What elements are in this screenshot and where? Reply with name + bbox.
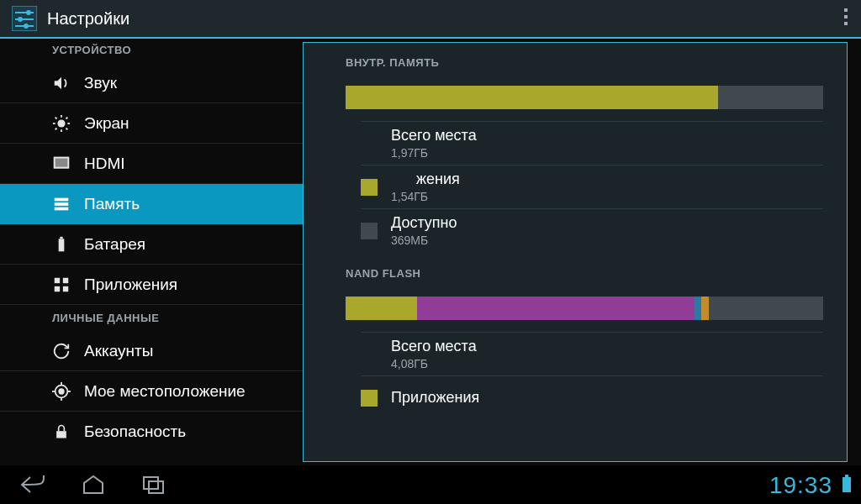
svg-point-4 (18, 17, 23, 22)
svg-line-15 (66, 117, 68, 118)
apps-icon (50, 274, 72, 296)
nand-storage-section: NAND FLASH Всего места 4,08ГБ Приложения (304, 252, 847, 419)
settings-sidebar: УСТРОЙСТВО Звук Экран HDMI Память (0, 39, 303, 465)
svg-rect-26 (63, 286, 68, 291)
svg-rect-20 (55, 207, 69, 211)
sidebar-label: Мое местоположение (84, 382, 246, 401)
svg-rect-25 (55, 286, 60, 291)
svg-point-6 (24, 24, 29, 29)
sidebar-label: Безопасность (84, 423, 186, 441)
sidebar-item-location[interactable]: Мое местоположение (0, 371, 303, 412)
svg-rect-17 (55, 157, 69, 167)
row-label: Приложения (391, 389, 479, 407)
sidebar-item-apps[interactable]: Приложения (0, 265, 303, 305)
sidebar-label: Память (84, 195, 140, 213)
nand-apps-row[interactable]: Приложения (361, 375, 823, 419)
nand-total-row[interactable]: Всего места 4,08ГБ (361, 332, 823, 375)
app-title: Настройки (47, 9, 129, 29)
color-swatch (361, 390, 378, 407)
svg-rect-33 (56, 431, 66, 438)
sidebar-item-display[interactable]: Экран (0, 103, 303, 144)
status-clock: 19:33 (769, 472, 832, 499)
sidebar-item-battery[interactable]: Батарея (0, 224, 303, 265)
sidebar-item-sound[interactable]: Звук (0, 63, 303, 103)
nand-usage-bar (346, 297, 823, 320)
app-header: Настройки (0, 0, 861, 39)
lock-icon (50, 421, 72, 443)
nand-title: NAND FLASH (346, 267, 823, 280)
system-navbar: 19:33 (0, 465, 861, 504)
row-label: Всего места (391, 338, 477, 355)
svg-rect-19 (55, 202, 69, 206)
main-area: УСТРОЙСТВО Звук Экран HDMI Память (0, 39, 861, 465)
svg-point-28 (59, 389, 64, 394)
sidebar-label: Экран (84, 114, 129, 133)
internal-avail-row[interactable]: Доступно 369МБ (361, 208, 823, 252)
svg-line-12 (55, 117, 57, 118)
overflow-menu-icon[interactable] (844, 8, 848, 25)
monitor-icon (50, 153, 72, 175)
sidebar-label: Приложения (84, 276, 177, 294)
row-label: Доступно (391, 214, 457, 232)
sidebar-label: Батарея (84, 235, 145, 254)
battery-icon (50, 234, 72, 255)
settings-slider-icon (10, 4, 39, 33)
row-value: 369МБ (391, 234, 457, 247)
svg-rect-24 (63, 277, 68, 282)
sidebar-label: Звук (84, 74, 117, 92)
storage-panel: ВНУТР. ПАМЯТЬ Всего места 1,97ГБ жения 1… (303, 42, 848, 462)
back-button[interactable] (17, 473, 49, 496)
row-label: Всего места (391, 127, 477, 144)
status-battery-icon (843, 477, 851, 492)
svg-rect-23 (55, 277, 60, 282)
svg-line-13 (66, 128, 68, 129)
sidebar-item-storage[interactable]: Память (0, 184, 303, 224)
color-swatch (361, 223, 378, 239)
internal-usage-bar (346, 86, 823, 109)
svg-point-2 (26, 10, 31, 15)
svg-line-14 (55, 128, 57, 129)
row-value: 1,54ГБ (391, 190, 460, 203)
svg-rect-22 (60, 236, 62, 239)
internal-total-row[interactable]: Всего места 1,97ГБ (361, 121, 823, 165)
svg-rect-18 (55, 198, 69, 202)
svg-point-7 (57, 119, 65, 127)
sidebar-item-accounts[interactable]: Аккаунты (0, 331, 303, 371)
sidebar-label: HDMI (84, 155, 125, 173)
sync-icon (50, 340, 72, 362)
svg-rect-21 (59, 239, 65, 251)
row-value: 1,97ГБ (391, 146, 477, 160)
internal-apps-row[interactable]: жения 1,54ГБ (361, 165, 823, 208)
recent-apps-button[interactable] (138, 473, 170, 496)
row-value: 4,08ГБ (391, 357, 477, 370)
sidebar-label: Аккаунты (84, 342, 153, 360)
internal-used-seg (346, 86, 718, 109)
svg-rect-34 (144, 477, 158, 489)
brightness-icon (50, 113, 72, 134)
internal-title: ВНУТР. ПАМЯТЬ (346, 56, 823, 69)
row-label-partial: жения (391, 171, 460, 188)
sidebar-item-hdmi[interactable]: HDMI (0, 144, 303, 184)
section-personal: ЛИЧНЫЕ ДАННЫЕ (0, 305, 303, 331)
storage-icon (50, 193, 72, 215)
color-swatch (361, 179, 378, 196)
section-device: УСТРОЙСТВО (0, 42, 303, 63)
internal-storage-section: ВНУТР. ПАМЯТЬ Всего места 1,97ГБ жения 1… (304, 43, 847, 252)
location-icon (50, 381, 72, 402)
svg-rect-35 (149, 481, 163, 493)
speaker-icon (50, 72, 72, 94)
home-button[interactable] (77, 473, 109, 496)
sidebar-item-security[interactable]: Безопасность (0, 412, 303, 452)
